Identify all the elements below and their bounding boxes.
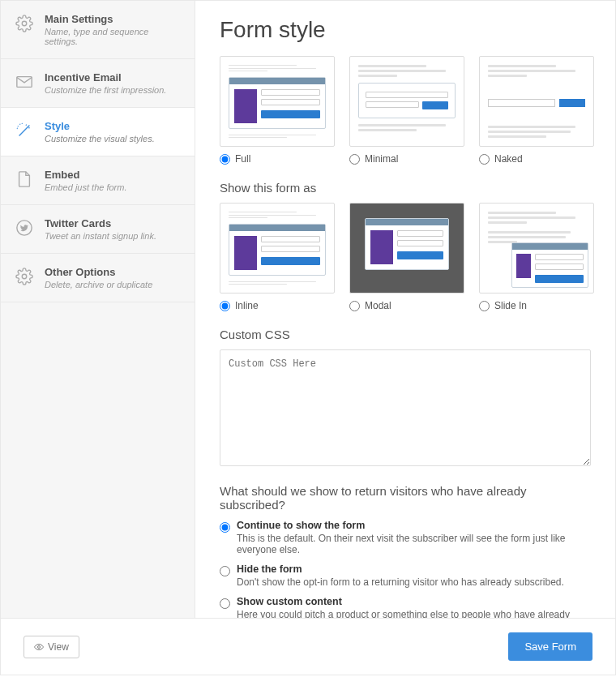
return-option-desc: Don't show the opt-in form to a returnin… [237, 576, 564, 588]
view-button-label: View [48, 641, 69, 653]
radio-inline[interactable] [220, 301, 230, 311]
eye-icon [34, 642, 44, 652]
view-button[interactable]: View [24, 636, 79, 658]
radio-slidein[interactable] [479, 301, 490, 311]
sidebar-item-title: Main Settings [45, 13, 180, 25]
file-icon [15, 170, 33, 188]
custom-css-header: Custom CSS [220, 328, 591, 341]
twitter-icon [15, 219, 33, 237]
sidebar-item-title: Twitter Cards [45, 217, 180, 229]
sidebar-item-incentive-email[interactable]: Incentive Email Customize the first impr… [1, 59, 195, 108]
showas-option-label: Inline [235, 300, 259, 311]
envelope-icon [15, 73, 33, 91]
show-as-header: Show this form as [220, 181, 591, 195]
page-title: Form style [220, 17, 591, 43]
style-option-label: Minimal [365, 153, 398, 165]
sidebar: Main Settings Name, type and sequence se… [1, 1, 195, 618]
sidebar-item-title: Style [45, 120, 180, 132]
style-option-label: Naked [494, 153, 523, 165]
showas-option-label: Modal [365, 300, 391, 311]
radio-return-hide[interactable] [220, 566, 230, 576]
style-thumb-full[interactable] [220, 56, 335, 147]
return-option-title: Hide the form [237, 563, 564, 575]
style-thumb-minimal[interactable] [349, 56, 464, 147]
svg-point-3 [22, 274, 27, 279]
showas-thumb-modal[interactable] [349, 203, 464, 294]
radio-return-continue[interactable] [220, 522, 230, 533]
return-option-desc: Here you could pitch a product or someth… [237, 609, 591, 618]
magic-wand-icon [15, 122, 33, 139]
style-option-minimal[interactable]: Minimal [349, 153, 464, 165]
style-option-full[interactable]: Full [220, 153, 335, 165]
sidebar-item-twitter-cards[interactable]: Twitter Cards Tweet an instant signup li… [1, 205, 195, 254]
style-thumb-naked[interactable] [479, 56, 594, 147]
return-option-desc: This is the default. On their next visit… [237, 533, 591, 555]
sidebar-item-style[interactable]: Style Customize the visual styles. [1, 108, 195, 156]
footer: View Save Form [0, 619, 616, 675]
radio-minimal[interactable] [349, 154, 360, 165]
return-option-title: Continue to show the form [237, 520, 591, 531]
showas-thumb-slidein[interactable] [479, 203, 594, 294]
sidebar-item-other-options[interactable]: Other Options Delete, archive or duplica… [1, 254, 195, 302]
gear-icon [15, 15, 33, 32]
radio-full[interactable] [220, 154, 230, 165]
sidebar-item-title: Incentive Email [45, 71, 180, 84]
showas-option-modal[interactable]: Modal [349, 300, 464, 311]
main-content: Form style [195, 1, 615, 618]
showas-option-inline[interactable]: Inline [220, 300, 335, 311]
sidebar-item-subtitle: Customize the visual styles. [45, 134, 180, 144]
showas-option-label: Slide In [494, 300, 527, 311]
radio-modal[interactable] [349, 301, 360, 311]
showas-thumb-inline[interactable] [220, 203, 335, 294]
custom-css-textarea[interactable] [220, 349, 591, 466]
svg-rect-1 [17, 77, 32, 88]
sidebar-item-embed[interactable]: Embed Embed just the form. [1, 156, 195, 205]
sidebar-item-main-settings[interactable]: Main Settings Name, type and sequence se… [1, 1, 195, 59]
sidebar-item-subtitle: Name, type and sequence settings. [45, 27, 180, 46]
svg-point-0 [22, 21, 27, 26]
return-visitor-question: What should we show to return visitors w… [220, 484, 591, 512]
svg-point-4 [38, 645, 41, 648]
sidebar-item-title: Other Options [45, 266, 180, 278]
gear-icon [15, 268, 33, 285]
radio-return-custom[interactable] [220, 598, 230, 609]
style-option-label: Full [235, 153, 250, 165]
sidebar-item-subtitle: Customize the first impression. [45, 85, 180, 95]
radio-naked[interactable] [479, 154, 490, 165]
sidebar-item-title: Embed [45, 169, 180, 181]
showas-option-slidein[interactable]: Slide In [479, 300, 594, 311]
style-option-naked[interactable]: Naked [479, 153, 594, 165]
return-option-title: Show custom content [237, 596, 591, 607]
sidebar-item-subtitle: Embed just the form. [45, 182, 180, 192]
sidebar-item-subtitle: Tweet an instant signup link. [45, 231, 180, 241]
save-button[interactable]: Save Form [508, 632, 592, 661]
sidebar-item-subtitle: Delete, archive or duplicate [45, 280, 180, 289]
